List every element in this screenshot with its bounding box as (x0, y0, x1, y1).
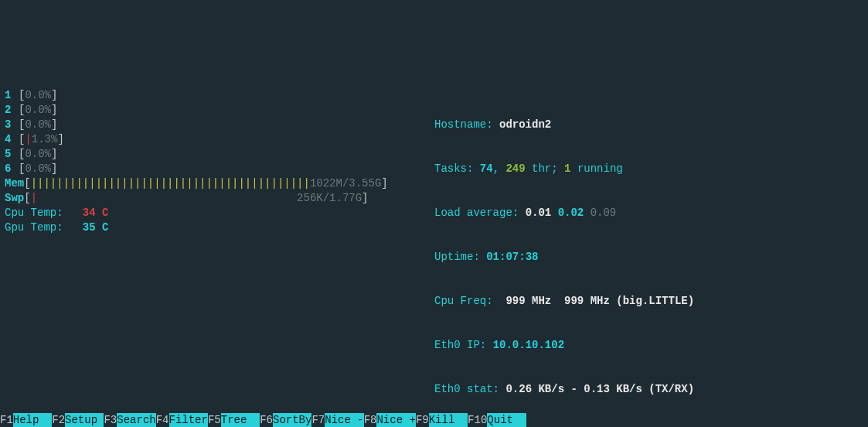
cpu-meter-3: 3 [ 0.0%] (5, 118, 408, 132)
fkey-f3[interactable]: F3 (104, 413, 117, 427)
hostname-label: Hostname: (434, 118, 499, 131)
load-5m: 0.02 (558, 207, 584, 219)
cpufreq-1: 999 MHz (505, 295, 551, 307)
flabel-filter[interactable]: Filter (169, 413, 208, 427)
load-1m: 0.01 (526, 207, 552, 219)
cpufreq-2: 999 MHz (564, 295, 610, 307)
cpu-meter-1: 1 [ 0.0%] (5, 88, 408, 103)
flabel-nice--[interactable]: Nice - (325, 413, 363, 427)
flabel-sortby[interactable]: SortBy (273, 413, 311, 427)
load-label: Load average: (434, 207, 526, 219)
cpufreq-note: (big.LITTLE) (616, 295, 694, 307)
hostname-value: odroidn2 (499, 118, 551, 131)
fkey-f6[interactable]: F6 (260, 413, 273, 427)
flabel-nice-+[interactable]: Nice + (376, 413, 415, 427)
flabel-help[interactable]: Help (13, 413, 52, 427)
fkey-f9[interactable]: F9 (416, 413, 429, 427)
cpu-meter-5: 5 [ 0.0%] (5, 147, 408, 162)
flabel-setup[interactable]: Setup (65, 413, 104, 427)
tasks-count: 74 (480, 162, 493, 175)
tasks-label: Tasks: (434, 162, 480, 175)
flabel-kill[interactable]: Kill (429, 413, 468, 427)
meters-left: 1 [ 0.0%]2 [ 0.0%]3 [ 0.0%]4 [| (0, 88, 408, 426)
mem-meter: Mem[||||||||||||||||||||||||||||||||||||… (5, 176, 408, 191)
cpu-meter-2: 2 [ 0.0%] (5, 103, 408, 118)
flabel-tree[interactable]: Tree (221, 413, 260, 427)
sysinfo-right: Hostname: odroidn2 Tasks: 74, 249 thr; 1… (408, 88, 868, 426)
uptime-label: Uptime: (434, 251, 486, 263)
flabel-search[interactable]: Search (117, 413, 155, 427)
cpu-temp: Cpu Temp: 34 C (5, 206, 408, 220)
fkey-f7[interactable]: F7 (311, 413, 325, 427)
fkey-f10[interactable]: F10 (468, 413, 487, 427)
flabel-quit[interactable]: Quit (487, 413, 526, 427)
cpufreq-label: Cpu Freq: (434, 295, 505, 307)
fkey-f1[interactable]: F1 (0, 413, 13, 427)
fkey-f4[interactable]: F4 (156, 413, 169, 427)
load-15m: 0.09 (591, 207, 617, 219)
header-area: 1 [ 0.0%]2 [ 0.0%]3 [ 0.0%]4 [| (0, 59, 868, 427)
threads-count: 249 (505, 162, 525, 175)
ip-label: Eth0 IP: (434, 339, 493, 351)
ethstat-value: 0.26 KB/s - 0.13 KB/s (TX/RX) (505, 383, 694, 395)
ip-value: 10.0.10.102 (493, 339, 564, 351)
gpu-temp: Gpu Temp: 35 C (5, 220, 408, 235)
uptime-value: 01:07:38 (486, 251, 538, 263)
ethstat-label: Eth0 stat: (434, 383, 505, 395)
cpu-meter-4: 4 [| 1.3%] (5, 132, 408, 147)
swap-meter: Swp[| 256K/1.77G] (5, 191, 408, 206)
fkey-f2[interactable]: F2 (52, 413, 65, 427)
fkey-f8[interactable]: F8 (364, 413, 377, 427)
footer-bar: F1Help F2Setup F3SearchF4FilterF5Tree F6… (0, 413, 868, 427)
fkey-f5[interactable]: F5 (208, 413, 221, 427)
cpu-meter-6: 6 [ 0.0%] (5, 162, 408, 176)
